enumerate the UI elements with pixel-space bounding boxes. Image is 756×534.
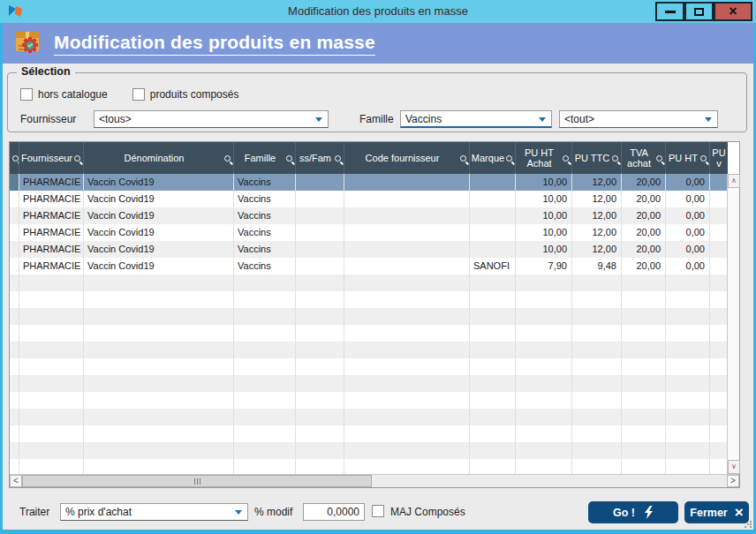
traiter-combobox[interactable]: % prix d'achat bbox=[60, 503, 248, 521]
table-cell-pu_v bbox=[710, 342, 728, 358]
table-cell-ssfam bbox=[296, 308, 344, 325]
horizontal-scrollbar[interactable]: < > bbox=[10, 474, 739, 487]
table-cell-denomination: Vaccin Covid19 bbox=[84, 224, 234, 241]
scroll-right-icon[interactable]: > bbox=[727, 475, 739, 487]
table-cell-c0 bbox=[10, 325, 19, 342]
page-title: Modification des produits en masse bbox=[54, 32, 375, 56]
table-empty-row[interactable] bbox=[10, 291, 728, 308]
hors-catalogue-checkbox[interactable] bbox=[20, 88, 33, 101]
header-cell-famille[interactable]: Famille bbox=[234, 142, 296, 174]
maj-composes-label: MAJ Composés bbox=[390, 506, 465, 518]
table-cell-pu_ttc bbox=[572, 325, 622, 342]
table-cell-pu_ht_achat bbox=[516, 392, 572, 409]
table-empty-row[interactable] bbox=[10, 308, 728, 325]
table-row[interactable]: PHARMACIE L.Vaccin Covid19Vaccins10,0012… bbox=[10, 207, 728, 224]
header-cell-pu_v[interactable]: PU v bbox=[710, 142, 728, 174]
go-button[interactable]: Go ! bbox=[588, 501, 678, 523]
header-cell-code_fournisseur[interactable]: Code fournisseur bbox=[344, 142, 470, 174]
table-row[interactable]: PHARMACIE L.Vaccin Covid19Vaccins10,0012… bbox=[10, 241, 728, 258]
table-empty-row[interactable] bbox=[10, 459, 728, 474]
horizontal-scrollbar-thumb[interactable] bbox=[22, 475, 372, 487]
table-cell-pu_ht_achat bbox=[516, 375, 572, 392]
table-cell-fournisseur: PHARMACIE L. bbox=[19, 191, 84, 207]
scroll-left-icon[interactable]: < bbox=[10, 475, 22, 487]
produits-composes-checkbox[interactable] bbox=[132, 88, 145, 101]
column-label: Famille bbox=[234, 153, 286, 163]
table-empty-row[interactable] bbox=[10, 375, 728, 392]
table-cell-pu_v bbox=[710, 325, 728, 342]
table-row[interactable]: PHARMACIE CVaccin Covid19Vaccins10,0012,… bbox=[10, 174, 728, 191]
lightning-icon bbox=[644, 506, 654, 519]
more-columns-icon[interactable]: > bbox=[731, 151, 737, 163]
header-cell-ssfam[interactable]: ss/Fam bbox=[296, 142, 344, 174]
table-empty-row[interactable] bbox=[10, 325, 728, 342]
header-cell-marque[interactable]: Marque bbox=[470, 142, 516, 174]
vertical-scrollbar[interactable]: ∧ ∨ bbox=[727, 174, 739, 474]
header-cell-denomination[interactable]: Dénomination bbox=[84, 142, 234, 174]
header-cell-pu_ttc[interactable]: PU TTC bbox=[572, 142, 622, 174]
search-icon[interactable] bbox=[700, 155, 707, 162]
header-cell-c0[interactable] bbox=[10, 142, 19, 174]
maximize-button[interactable] bbox=[684, 2, 714, 21]
table-cell-c0 bbox=[10, 375, 19, 392]
column-label: TVA achat bbox=[622, 147, 656, 169]
fournisseur-combobox[interactable]: <tous> bbox=[94, 110, 329, 128]
table-empty-row[interactable] bbox=[10, 392, 728, 409]
table-cell-tva_achat bbox=[622, 358, 666, 375]
search-icon[interactable] bbox=[12, 155, 19, 162]
table-cell-code_fournisseur bbox=[344, 241, 470, 258]
table-cell-famille: Vaccins bbox=[234, 207, 296, 224]
scroll-up-icon[interactable]: ∧ bbox=[728, 174, 740, 188]
close-icon: × bbox=[729, 4, 737, 19]
table-cell-pu_ht_achat bbox=[516, 275, 572, 291]
header-cell-pu_ht[interactable]: PU HT bbox=[666, 142, 710, 174]
window-controls: × bbox=[655, 2, 752, 21]
table-row[interactable]: PHARMACIE L.Vaccin Covid19VaccinsSANOFI7… bbox=[10, 258, 728, 275]
table-empty-row[interactable] bbox=[10, 442, 728, 459]
search-icon[interactable] bbox=[612, 155, 618, 162]
table-cell-code_fournisseur bbox=[344, 358, 470, 375]
table-row[interactable]: PHARMACIE L.Vaccin Covid19Vaccins10,0012… bbox=[10, 224, 728, 241]
table-empty-row[interactable] bbox=[10, 409, 728, 425]
search-icon[interactable] bbox=[460, 155, 466, 162]
search-icon[interactable] bbox=[335, 155, 341, 162]
header-cell-pu_ht_achat[interactable]: PU HT Achat bbox=[516, 142, 572, 174]
table-cell-pu_v bbox=[710, 392, 728, 409]
scroll-down-icon[interactable]: ∨ bbox=[728, 460, 740, 474]
header-cell-fournisseur[interactable]: Fournisseur bbox=[19, 142, 84, 174]
table-cell-tva_achat: 20,00 bbox=[622, 207, 666, 224]
table-cell-pu_v bbox=[710, 191, 728, 207]
resize-grip[interactable] bbox=[745, 521, 752, 528]
header-cell-tva_achat[interactable]: TVA achat bbox=[622, 142, 666, 174]
table-cell-fournisseur bbox=[19, 291, 84, 308]
search-icon[interactable] bbox=[656, 155, 662, 162]
table-cell-ssfam bbox=[296, 325, 344, 342]
sous-famille-combobox[interactable]: <tout> bbox=[559, 110, 718, 128]
table-cell-tva_achat bbox=[622, 392, 666, 409]
search-icon[interactable] bbox=[74, 155, 80, 162]
search-icon[interactable] bbox=[563, 155, 569, 162]
table-empty-row[interactable] bbox=[10, 425, 728, 442]
table-empty-row[interactable] bbox=[10, 275, 728, 291]
minimize-button[interactable] bbox=[655, 2, 684, 21]
maj-composes-checkbox[interactable] bbox=[372, 505, 384, 517]
table-cell-pu_ttc bbox=[572, 392, 622, 409]
search-icon[interactable] bbox=[286, 155, 292, 162]
close-button[interactable]: × bbox=[714, 2, 752, 21]
famille-combobox[interactable]: Vaccins bbox=[400, 110, 552, 128]
selection-groupbox: Sélection hors catalogue produits compos… bbox=[7, 72, 747, 132]
search-icon[interactable] bbox=[506, 155, 512, 162]
table-empty-row[interactable] bbox=[10, 342, 728, 358]
table-cell-pu_v bbox=[710, 241, 728, 258]
table-cell-code_fournisseur bbox=[344, 342, 470, 358]
table-empty-row[interactable] bbox=[10, 358, 728, 375]
fermer-button[interactable]: Fermer × bbox=[684, 501, 749, 523]
table-cell-ssfam bbox=[296, 291, 344, 308]
table-cell-pu_ttc: 12,00 bbox=[572, 224, 622, 241]
hors-catalogue-label: hors catalogue bbox=[38, 88, 108, 101]
search-icon[interactable] bbox=[224, 155, 231, 162]
table-cell-pu_v bbox=[710, 425, 728, 442]
titlebar[interactable]: Modification des produits en masse × bbox=[0, 0, 756, 23]
table-row[interactable]: PHARMACIE L.Vaccin Covid19Vaccins10,0012… bbox=[10, 191, 728, 207]
modif-input[interactable] bbox=[303, 503, 365, 521]
